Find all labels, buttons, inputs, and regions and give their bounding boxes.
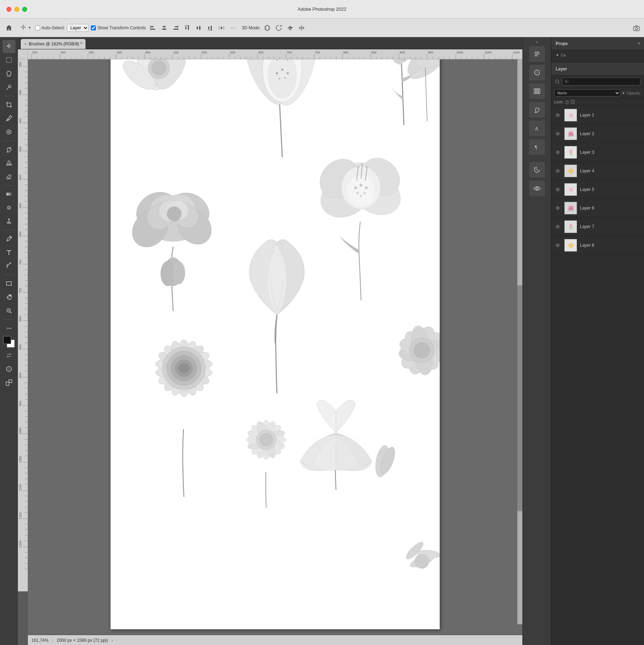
canvas-scroll[interactable]: [28, 59, 522, 634]
brush-tool[interactable]: [3, 143, 15, 156]
marquee-tool[interactable]: [3, 54, 15, 67]
layer-eye-8[interactable]: [554, 242, 561, 249]
home-button[interactable]: [3, 23, 15, 33]
svg-point-184: [557, 226, 558, 227]
svg-rect-6: [175, 26, 178, 27]
title-bar: Adobe Photoshop 2022: [0, 0, 644, 19]
paragraph-icon: ¶: [533, 143, 541, 151]
adjustments-panel-button[interactable]: [529, 65, 545, 80]
show-transform-checkbox[interactable]: Show Transform Controls: [91, 25, 146, 30]
rectangle-tool[interactable]: [3, 277, 15, 290]
gradient-tool[interactable]: [3, 188, 15, 201]
layer-item[interactable]: 🌺 Layer 2: [551, 124, 644, 143]
svg-point-122: [183, 363, 185, 365]
vertical-scrollbar[interactable]: [517, 59, 522, 624]
layer-eye-1[interactable]: [554, 112, 561, 119]
dodge-tool[interactable]: [3, 215, 15, 228]
maximize-button[interactable]: [22, 7, 27, 12]
paragraph-panel-button[interactable]: ¶: [529, 139, 545, 155]
collapse-panel-button[interactable]: »: [536, 40, 538, 44]
healing-tool[interactable]: [3, 125, 15, 138]
extra-tool[interactable]: [3, 322, 15, 335]
layer-eye-3[interactable]: [554, 149, 561, 156]
svg-point-179: [557, 133, 558, 134]
layer-item[interactable]: 🌸 Layer 5: [551, 180, 644, 199]
crop-tool[interactable]: [3, 98, 15, 111]
brush-settings-button[interactable]: [529, 102, 545, 118]
align-right-button[interactable]: [171, 23, 180, 33]
hand-tool[interactable]: [3, 291, 15, 304]
history-panel-button[interactable]: [529, 162, 545, 178]
eye-icon-6: [555, 206, 560, 211]
layer-item[interactable]: 🌸 Layer 1: [551, 106, 644, 124]
libraries-panel-button[interactable]: [529, 83, 545, 99]
eraser-tool[interactable]: [3, 170, 15, 183]
foreground-color[interactable]: [3, 336, 11, 344]
layer-name-3: Layer 3: [580, 150, 641, 155]
align-center-v-button[interactable]: [194, 23, 203, 33]
move-tool[interactable]: [3, 40, 15, 53]
properties-panel-button[interactable]: [529, 46, 545, 62]
align-center-h-button[interactable]: [160, 23, 169, 33]
svg-point-50: [152, 61, 166, 75]
path-select-tool[interactable]: [3, 260, 15, 272]
document-tab[interactable]: × Brushes @ 162% (RGB/8) *: [21, 39, 86, 49]
close-button[interactable]: [6, 7, 11, 12]
type-tool[interactable]: [3, 246, 15, 259]
zoom-tool[interactable]: [3, 304, 15, 317]
eye-visibility-button[interactable]: [529, 181, 545, 196]
3d-orbit-button[interactable]: [263, 23, 272, 33]
character-panel-button[interactable]: A: [529, 120, 545, 136]
auto-select-check[interactable]: [35, 25, 40, 30]
layer-eye-6[interactable]: [554, 205, 561, 212]
align-left-button[interactable]: [148, 23, 157, 33]
blend-mode-select[interactable]: Norm: [554, 89, 620, 97]
3d-rotate-button[interactable]: [274, 23, 283, 33]
align-top-button[interactable]: [182, 23, 192, 33]
layer-name-7: Layer 7: [580, 224, 641, 229]
layer-eye-5[interactable]: [554, 186, 561, 193]
camera-button[interactable]: [632, 23, 641, 33]
lasso-tool[interactable]: [3, 67, 15, 80]
layers-search-input[interactable]: [562, 78, 640, 85]
align-bottom-button[interactable]: [205, 23, 215, 33]
layer-eye-4[interactable]: [554, 167, 561, 174]
more-options-button[interactable]: ···: [228, 23, 238, 33]
quick-mask-button[interactable]: [3, 363, 15, 375]
stamp-tool[interactable]: [3, 157, 15, 169]
svg-point-92: [356, 192, 359, 195]
frame-button[interactable]: [3, 376, 15, 389]
tab-close-btn[interactable]: ×: [24, 42, 26, 46]
layer-item[interactable]: 🌺 Layer 6: [551, 199, 644, 217]
lock-pixels-icon[interactable]: [571, 100, 575, 104]
3d-zoom-button[interactable]: [297, 23, 306, 33]
3d-pan-button[interactable]: [286, 23, 295, 33]
lock-icon[interactable]: [565, 100, 569, 104]
properties-header[interactable]: Prope ▾: [551, 37, 644, 50]
svg-point-95: [357, 165, 360, 168]
layer-select[interactable]: Layer: [67, 24, 89, 32]
svg-point-89: [354, 186, 357, 189]
svg-rect-8: [178, 25, 178, 30]
pen-tool[interactable]: [3, 232, 15, 245]
magic-wand-tool[interactable]: [3, 81, 15, 94]
layer-item[interactable]: 🌷 Layer 3: [551, 143, 644, 162]
svg-rect-166: [535, 55, 538, 56]
layer-item[interactable]: 🌷 Layer 7: [551, 217, 644, 236]
switch-colors-button[interactable]: [3, 349, 15, 362]
blur-tool[interactable]: [3, 201, 15, 214]
foreground-background[interactable]: [3, 335, 15, 348]
layer-eye-7[interactable]: [554, 223, 561, 230]
scrollbar-thumb[interactable]: [517, 285, 522, 511]
auto-select-checkbox[interactable]: Auto-Select:: [35, 25, 65, 30]
svg-point-88: [347, 175, 375, 207]
move-tool-button[interactable]: ▾: [17, 23, 33, 33]
minimize-button[interactable]: [14, 7, 19, 12]
layer-item[interactable]: 🌼 Layer 8: [551, 236, 644, 255]
more-arrow[interactable]: ›: [112, 638, 113, 643]
layer-item[interactable]: 🌼 Layer 4: [551, 162, 644, 180]
layer-eye-2[interactable]: [554, 130, 561, 137]
distribute-h-button[interactable]: [217, 23, 226, 33]
show-transform-check[interactable]: [91, 25, 96, 30]
eyedropper-tool[interactable]: [3, 112, 15, 125]
